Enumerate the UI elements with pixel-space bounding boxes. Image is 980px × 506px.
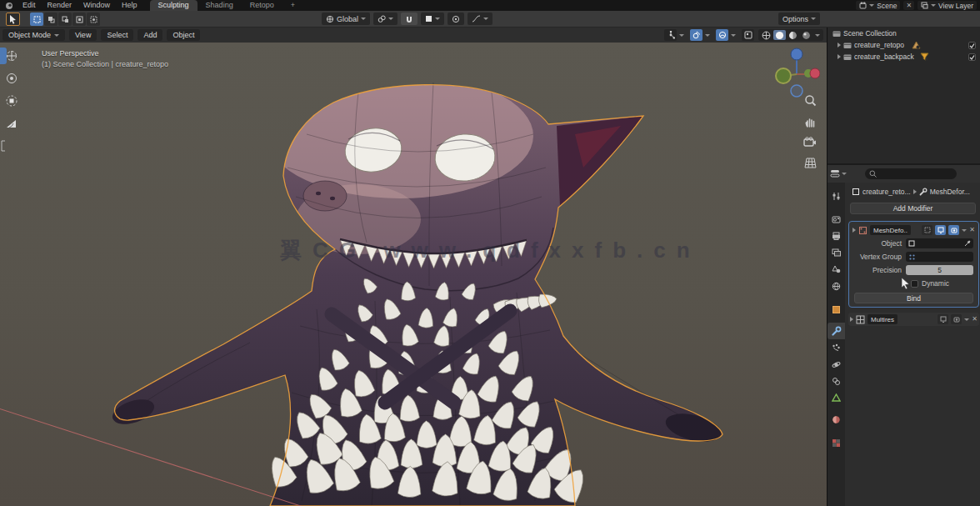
menu-add[interactable]: Add (138, 29, 162, 41)
cursor-tool-button[interactable] (0, 48, 22, 64)
tab-material[interactable] (828, 411, 845, 428)
modifier-extras-dropdown[interactable] (964, 318, 969, 321)
xray-toggle-button[interactable] (716, 29, 728, 41)
tab-world[interactable] (828, 278, 845, 294)
zoom-button[interactable] (802, 93, 818, 108)
viewport-3d[interactable]: User Perspective (1) Scene Collection | … (0, 43, 827, 506)
pan-hand-button[interactable] (802, 113, 818, 128)
modifier-name[interactable]: Multires (868, 314, 898, 324)
realtime-toggle[interactable] (938, 314, 948, 324)
menu-select[interactable]: Select (101, 29, 133, 41)
expand-icon[interactable] (838, 43, 841, 48)
tab-output[interactable] (828, 228, 845, 244)
gizmo-x-axis[interactable] (810, 68, 820, 78)
snap-target-dropdown[interactable] (421, 13, 444, 25)
render-toggle[interactable] (948, 225, 959, 235)
render-preview-toggle-button[interactable] (742, 29, 754, 41)
add-workspace-button[interactable]: + (282, 0, 303, 11)
dynamic-checkbox[interactable] (911, 280, 918, 288)
object-field[interactable] (906, 238, 973, 248)
select-mode-subtract-button[interactable] (58, 13, 72, 26)
unlink-scene-button[interactable]: ✕ (903, 1, 914, 10)
proportional-editing-button[interactable] (448, 13, 464, 25)
overlays-dropdown[interactable] (703, 29, 712, 41)
xray-dropdown[interactable] (729, 29, 738, 41)
menu-object[interactable]: Object (167, 29, 200, 41)
blender-logo-icon[interactable] (5, 2, 13, 10)
expand-icon[interactable] (838, 54, 841, 59)
navigation-gizmo[interactable] (773, 46, 820, 98)
modifier-meshdeform-header[interactable]: MeshDefo.. ✕ (851, 223, 977, 237)
visibility-checkbox[interactable] (968, 42, 976, 49)
breadcrumb-modifier[interactable]: MeshDefor... (930, 188, 970, 196)
tab-render[interactable] (828, 211, 845, 228)
expand-icon[interactable] (852, 228, 856, 233)
tab-tool[interactable] (828, 188, 845, 204)
menu-help[interactable]: Help (116, 0, 143, 11)
render-toggle[interactable] (951, 314, 962, 324)
camera-view-button[interactable] (802, 134, 818, 149)
tab-view-layer[interactable] (828, 244, 845, 261)
select-mode-new-button[interactable] (30, 13, 43, 26)
transform-tool-button[interactable] (0, 93, 22, 109)
edit-mode-toggle[interactable] (922, 225, 932, 235)
shading-material-button[interactable] (787, 30, 799, 40)
modifier-extras-dropdown[interactable] (962, 229, 967, 232)
gizmo-z-axis[interactable] (791, 48, 802, 60)
eyedropper-icon[interactable] (964, 240, 971, 247)
shading-dropdown[interactable] (813, 34, 822, 37)
gizmo-dropdown[interactable] (678, 29, 686, 41)
proportional-falloff-dropdown[interactable] (468, 13, 492, 25)
bind-button[interactable]: Bind (854, 293, 973, 303)
breadcrumb-object[interactable]: creature_reto... (862, 188, 911, 196)
menu-edit[interactable]: Edit (17, 0, 42, 11)
options-dropdown[interactable]: Options (778, 13, 820, 25)
gizmo-negz-axis[interactable] (791, 85, 802, 97)
ortho-grid-button[interactable] (802, 155, 818, 170)
shading-solid-button[interactable] (773, 30, 786, 40)
menu-view[interactable]: View (69, 29, 97, 41)
tab-texture[interactable] (828, 434, 845, 451)
select-mode-extend-button[interactable] (44, 13, 58, 26)
tab-particles[interactable] (828, 339, 845, 356)
visibility-checkbox[interactable] (968, 53, 976, 61)
vertex-group-field[interactable] (906, 252, 973, 262)
tab-scene[interactable] (828, 261, 845, 278)
view-layer-selector[interactable]: View Layer (918, 1, 977, 10)
measure-tool-button[interactable] (0, 115, 22, 132)
remove-modifier-button[interactable]: ✕ (969, 227, 975, 233)
snap-toggle-button[interactable] (401, 13, 418, 25)
tab-retopo[interactable]: Retopo (242, 0, 282, 11)
active-tool-tweak-button[interactable] (6, 13, 20, 26)
tab-object[interactable] (828, 301, 845, 318)
expand-icon[interactable] (850, 317, 853, 322)
remove-modifier-button[interactable]: ✕ (972, 316, 978, 323)
gizmo-y-axis[interactable] (776, 68, 791, 83)
mode-dropdown[interactable]: Object Mode (2, 29, 65, 41)
shading-wireframe-button[interactable] (760, 30, 772, 40)
select-mode-invert-button[interactable] (72, 13, 86, 26)
shading-rendered-button[interactable] (800, 30, 812, 40)
modifier-name[interactable]: MeshDefo.. (870, 225, 911, 235)
pivot-point-dropdown[interactable] (373, 13, 398, 25)
transform-orientation-dropdown[interactable]: Global (322, 13, 370, 25)
tab-object-data[interactable] (828, 389, 845, 406)
move-tool-button[interactable] (0, 70, 22, 87)
realtime-toggle[interactable] (935, 225, 946, 235)
menu-render[interactable]: Render (42, 0, 78, 11)
outliner-row-creature-backpack[interactable]: creature_backpack (828, 51, 980, 63)
precision-slider[interactable]: 5 (906, 265, 973, 275)
outliner-row-creature-retopo[interactable]: creature_retopo (828, 39, 980, 51)
properties-search-input[interactable] (865, 168, 957, 179)
select-mode-intersect-button[interactable] (87, 13, 100, 26)
scene-selector[interactable]: Scene (856, 1, 900, 10)
show-gizmo-button[interactable] (664, 29, 677, 41)
tab-shading[interactable]: Shading (198, 0, 242, 11)
modifier-multires-header[interactable]: Multires ✕ (848, 313, 979, 326)
menu-window[interactable]: Window (78, 0, 116, 11)
tab-modifiers[interactable] (828, 323, 845, 339)
tab-sculpting[interactable]: Sculpting (150, 0, 198, 11)
show-overlays-button[interactable] (690, 29, 702, 41)
outliner-row-scene-collection[interactable]: Scene Collection (828, 28, 980, 39)
add-modifier-button[interactable]: Add Modifier (850, 203, 976, 214)
